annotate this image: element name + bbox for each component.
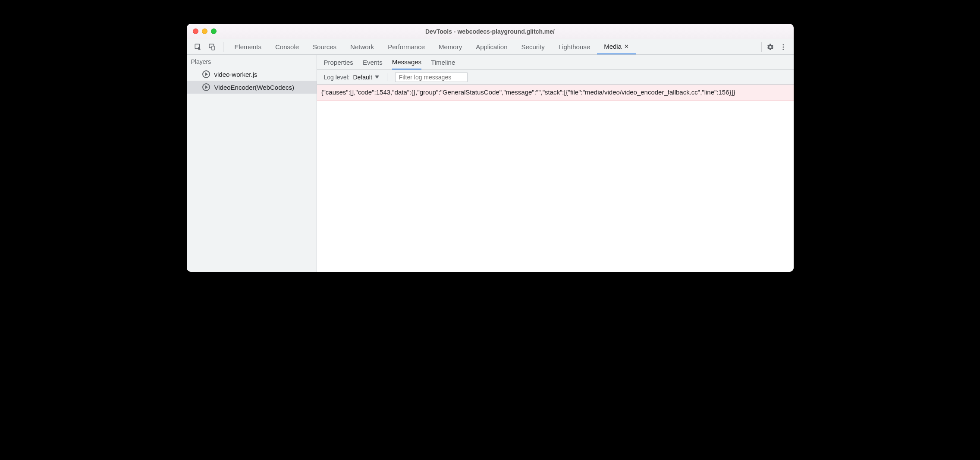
svg-rect-2 — [212, 46, 214, 50]
log-level-value: Default — [353, 74, 372, 81]
titlebar: DevTools - webcodecs-playground.glitch.m… — [187, 24, 794, 39]
log-message[interactable]: {"causes":[],"code":1543,"data":{},"grou… — [317, 85, 794, 101]
play-icon — [202, 83, 210, 91]
tab-network[interactable]: Network — [343, 39, 381, 54]
tab-performance[interactable]: Performance — [381, 39, 432, 54]
players-sidebar: Players video-worker.jsVideoEncoder(WebC… — [187, 55, 317, 272]
tab-label: Media — [604, 43, 622, 50]
messages-filterbar: Log level: Default — [317, 70, 794, 85]
tab-label: Security — [521, 43, 545, 50]
tab-security[interactable]: Security — [515, 39, 552, 54]
tab-lighthouse[interactable]: Lighthouse — [552, 39, 597, 54]
separator — [223, 42, 223, 52]
tab-application[interactable]: Application — [469, 39, 514, 54]
gear-icon[interactable] — [766, 43, 775, 51]
tab-label: Console — [275, 43, 299, 50]
close-icon[interactable]: ✕ — [624, 43, 629, 50]
window-title: DevTools - webcodecs-playground.glitch.m… — [187, 28, 794, 35]
more-icon[interactable] — [779, 43, 788, 51]
player-item[interactable]: video-worker.js — [187, 68, 317, 81]
tab-label: Application — [476, 43, 507, 50]
media-subtabs: PropertiesEventsMessagesTimeline — [317, 55, 794, 70]
messages-log: {"causes":[],"code":1543,"data":{},"grou… — [317, 85, 794, 272]
svg-point-4 — [782, 46, 784, 47]
subtab-properties[interactable]: Properties — [324, 55, 353, 69]
tab-memory[interactable]: Memory — [432, 39, 469, 54]
subtab-events[interactable]: Events — [363, 55, 383, 69]
tab-label: Sources — [313, 43, 336, 50]
separator — [761, 42, 762, 52]
separator — [387, 73, 387, 81]
log-level-select[interactable]: Default — [353, 74, 379, 81]
tab-sources[interactable]: Sources — [306, 39, 343, 54]
chevron-down-icon — [375, 76, 379, 79]
play-icon — [202, 70, 210, 78]
tab-label: Memory — [439, 43, 462, 50]
device-toolbar-icon[interactable] — [207, 43, 216, 51]
tab-label: Lighthouse — [559, 43, 590, 50]
tab-label: Performance — [388, 43, 425, 50]
svg-point-5 — [782, 48, 784, 50]
player-item-label: VideoEncoder(WebCodecs) — [214, 84, 294, 91]
subtab-messages[interactable]: Messages — [392, 55, 421, 69]
player-item[interactable]: VideoEncoder(WebCodecs) — [187, 81, 317, 94]
tab-elements[interactable]: Elements — [228, 39, 269, 54]
inspect-element-icon[interactable] — [194, 43, 202, 51]
main-tabstrip: ElementsConsoleSourcesNetworkPerformance… — [187, 39, 794, 55]
svg-point-3 — [782, 44, 784, 45]
tab-media[interactable]: Media✕ — [597, 39, 636, 54]
tab-label: Elements — [235, 43, 262, 50]
devtools-window: DevTools - webcodecs-playground.glitch.m… — [187, 24, 794, 272]
subtab-timeline[interactable]: Timeline — [431, 55, 455, 69]
tab-label: Network — [350, 43, 374, 50]
sidebar-heading: Players — [187, 55, 317, 68]
player-item-label: video-worker.js — [214, 71, 258, 78]
tab-console[interactable]: Console — [268, 39, 306, 54]
log-level-label: Log level: — [324, 74, 350, 81]
filter-input[interactable] — [395, 72, 468, 82]
main-panel: PropertiesEventsMessagesTimeline Log lev… — [317, 55, 794, 272]
